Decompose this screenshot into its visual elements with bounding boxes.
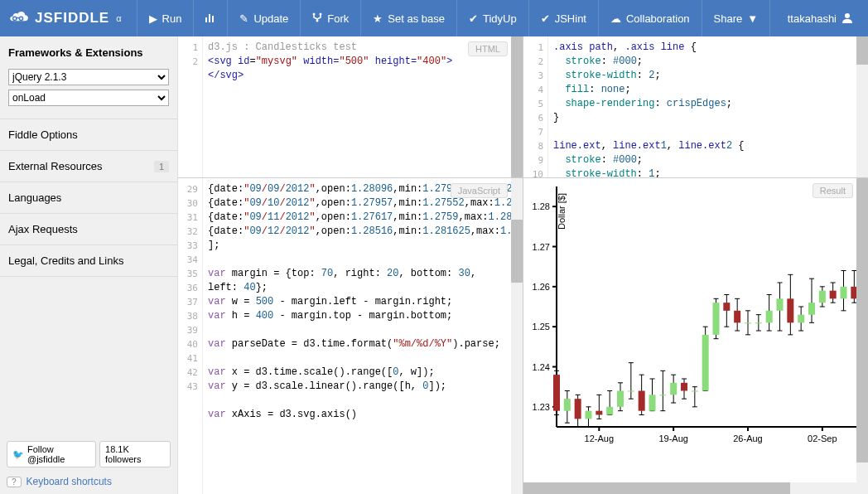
check-icon: ✔ (469, 12, 478, 25)
svg-rect-4 (212, 16, 214, 22)
svg-text:02-Sep: 02-Sep (808, 433, 837, 443)
css-code[interactable]: .axis path, .axis line { stroke: #000; s… (548, 36, 856, 177)
js-code[interactable]: {date:"09/09/2012",open:1.28096,min:1.27… (203, 178, 511, 494)
html-code[interactable]: d3.js : Candlesticks test <svg id="mysvg… (203, 36, 511, 177)
svg-point-8 (845, 13, 850, 18)
svg-point-6 (320, 12, 322, 15)
sidebar-item[interactable]: External Resources1 (0, 151, 177, 182)
svg-rect-3 (209, 14, 210, 22)
twitter-icon: 🐦 (12, 449, 24, 460)
sidebar-item[interactable]: Ajax Requests (0, 214, 177, 245)
svg-rect-103 (734, 311, 740, 323)
twitter-followers[interactable]: 18.1K followers (99, 441, 171, 467)
scrollbar[interactable] (856, 178, 868, 494)
scrollbar[interactable] (511, 36, 523, 177)
username: ttakahashi (788, 12, 837, 25)
scrollbar[interactable] (856, 36, 868, 177)
svg-rect-139 (830, 291, 837, 299)
svg-rect-43 (575, 399, 581, 419)
update-button[interactable]: ✎Update (227, 0, 300, 36)
tidyup-button[interactable]: ✔TidyUp (456, 0, 528, 36)
main: Frameworks & Extensions jQuery 2.1.3 onL… (0, 36, 868, 494)
svg-text:Dollar [$]: Dollar [$] (557, 193, 567, 230)
logo-alpha: α (116, 13, 121, 23)
logo[interactable]: JSFIDDLE α (7, 9, 137, 28)
svg-rect-131 (808, 303, 815, 315)
gutter: 12 (178, 36, 203, 177)
fork-button[interactable]: Fork (300, 0, 360, 36)
svg-rect-95 (713, 303, 720, 335)
toolbar: ▶Run ✎Update Fork ★Set as base ✔TidyUp ✔… (137, 0, 779, 36)
set-base-button[interactable]: ★Set as base (360, 0, 456, 36)
header: JSFIDDLE α ▶Run ✎Update Fork ★Set as bas… (0, 0, 868, 36)
svg-rect-39 (564, 399, 571, 411)
stats-button[interactable] (193, 0, 227, 36)
css-pane[interactable]: 12345678910 .axis path, .axis line { str… (523, 36, 868, 177)
frameworks-title: Frameworks & Extensions (0, 36, 177, 69)
svg-text:1.24: 1.24 (533, 362, 550, 372)
svg-rect-71 (649, 395, 656, 410)
svg-rect-111 (755, 322, 762, 323)
svg-text:1.28: 1.28 (533, 201, 550, 211)
kb-key: ? (7, 477, 22, 487)
sidebar-item[interactable]: Fiddle Options (0, 119, 177, 150)
svg-text:19-Aug: 19-Aug (658, 433, 687, 443)
user-menu[interactable]: ttakahashi (779, 12, 861, 26)
fork-icon (312, 12, 322, 25)
keyboard-shortcuts-link[interactable]: ? Keyboard shortcuts (7, 476, 171, 487)
svg-rect-2 (205, 17, 207, 22)
svg-text:1.26: 1.26 (533, 282, 550, 292)
svg-rect-51 (596, 411, 602, 415)
run-button[interactable]: ▶Run (137, 0, 194, 36)
svg-text:26-Aug: 26-Aug (733, 433, 762, 443)
framework-select[interactable]: jQuery 2.1.3 (8, 69, 169, 85)
bars-icon (205, 12, 215, 25)
cloud-icon: ☁ (610, 12, 621, 25)
svg-rect-55 (606, 407, 613, 415)
svg-text:1.23: 1.23 (533, 402, 550, 412)
svg-text:1.25: 1.25 (533, 322, 550, 332)
svg-rect-107 (745, 322, 751, 323)
svg-text:1.27: 1.27 (533, 242, 550, 252)
js-label: JavaScript (451, 183, 508, 198)
svg-rect-135 (819, 291, 826, 303)
sidebar-item[interactable]: Legal, Credits and Links (0, 245, 177, 276)
scrollbar-h[interactable] (523, 482, 856, 494)
svg-rect-99 (723, 303, 730, 311)
scrollbar[interactable] (511, 178, 523, 494)
svg-rect-83 (681, 383, 687, 391)
svg-rect-67 (639, 391, 645, 411)
chevron-down-icon: ▼ (747, 12, 758, 25)
html-pane[interactable]: HTML 12 d3.js : Candlesticks test <svg i… (178, 36, 523, 177)
gutter: 12345678910 (523, 36, 548, 177)
svg-rect-87 (692, 391, 698, 392)
twitter-follow-button[interactable]: 🐦Follow @jsfiddle (7, 441, 96, 467)
js-pane[interactable]: JavaScript 29303132333435363738394041424… (178, 178, 523, 494)
svg-rect-47 (586, 411, 592, 419)
svg-rect-63 (628, 391, 634, 392)
svg-point-5 (313, 12, 316, 15)
gutter: 293031323334353637383940414243 (178, 178, 203, 494)
svg-rect-147 (851, 287, 856, 299)
star-icon: ★ (373, 12, 383, 25)
sidebar-item[interactable]: Languages (0, 182, 177, 213)
html-label: HTML (468, 41, 508, 56)
svg-rect-35 (553, 375, 560, 411)
collaboration-button[interactable]: ☁Collaboration (598, 0, 702, 36)
play-icon: ▶ (149, 12, 157, 25)
svg-rect-123 (787, 298, 793, 322)
jshint-button[interactable]: ✔JSHint (528, 0, 598, 36)
svg-rect-127 (798, 315, 804, 323)
logo-text: JSFIDDLE (35, 10, 109, 27)
svg-rect-79 (670, 383, 677, 395)
svg-rect-91 (702, 335, 709, 391)
sidebar: Frameworks & Extensions jQuery 2.1.3 onL… (0, 36, 178, 494)
load-select[interactable]: onLoad (8, 90, 169, 106)
pencil-icon: ✎ (239, 12, 248, 25)
svg-rect-115 (766, 311, 773, 323)
share-button[interactable]: Share▼ (702, 0, 770, 36)
editor-panes: HTML 12 d3.js : Candlesticks test <svg i… (178, 36, 868, 494)
svg-text:12-Aug: 12-Aug (585, 433, 614, 443)
result-pane: Result 1.231.241.251.261.271.28Dollar [$… (523, 178, 868, 494)
svg-rect-59 (617, 391, 624, 407)
